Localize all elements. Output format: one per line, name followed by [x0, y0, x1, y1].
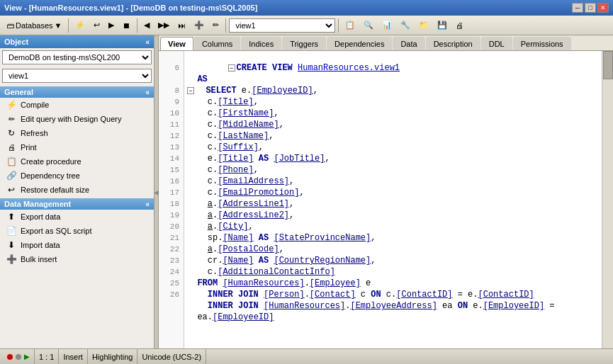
toolbar-separator-3 — [225, 18, 226, 33]
title-bar: View - [HumanResources.view1] - [DemoDB … — [0, 0, 613, 16]
tab-view[interactable]: View — [160, 37, 193, 50]
tab-permissions[interactable]: Permissions — [513, 37, 571, 50]
toolbar-btn-14[interactable]: 📁 — [415, 19, 432, 31]
toolbar-btn-2[interactable]: ↩ — [90, 19, 103, 31]
toolbar-btn-12[interactable]: 📊 — [378, 19, 395, 31]
status-encoding: Unicode (UCS-2) — [137, 349, 206, 364]
stop-dot-gray — [16, 354, 21, 360]
code-content[interactable]: −CREATE VIEW HumanResources.view1 AS − S… — [184, 51, 602, 348]
edit-query-label: Edit query with Design Query — [21, 115, 121, 123]
data-mgmt-section-header: Data Management « — [0, 198, 154, 210]
restore-default-label: Restore default size — [21, 186, 89, 194]
status-highlighting: Highlighting — [88, 349, 137, 364]
toolbar-separator-4 — [338, 18, 339, 33]
toolbar-btn-9[interactable]: ✏ — [209, 19, 223, 31]
create-procedure-label: Create procedure — [21, 157, 81, 166]
title-controls: ─ □ ✕ — [572, 3, 609, 13]
bulk-insert-icon: ➕ — [6, 254, 17, 265]
print-item[interactable]: 🖨 Print — [0, 140, 154, 154]
export-data-item[interactable]: ⬆ Export data — [0, 210, 154, 224]
right-panel: View Columns Indices Triggers Dependenci… — [159, 35, 613, 348]
highlighting-label: Highlighting — [92, 353, 133, 361]
toolbar: 🗃 Databases ▼ ⚡ ↩ ▶ ⏹ ◀ ▶▶ ⏭ ➕ ✏ view1 📋… — [0, 16, 613, 35]
data-mgmt-collapse-icon[interactable]: « — [145, 200, 150, 208]
status-controls: ▶ — [3, 349, 35, 364]
mode-label: Insert — [63, 353, 83, 361]
toolbar-btn-13[interactable]: 🔧 — [397, 19, 414, 31]
databases-label: Databases — [16, 21, 53, 30]
code-gutter: 6 8 9 10 11 12 13 14 15 16 17 18 19 20 2… — [159, 51, 184, 348]
dropdown-arrow-icon: ▼ — [55, 21, 62, 30]
main-layout: Object « DemoDB on testing-ms\SQL200 vie… — [0, 35, 613, 348]
data-mgmt-label: Data Management — [4, 200, 71, 208]
print-icon: 🖨 — [6, 142, 17, 153]
tab-description[interactable]: Description — [426, 37, 480, 50]
toolbar-btn-10[interactable]: 📋 — [342, 19, 359, 31]
tab-select[interactable]: view1 — [229, 18, 335, 33]
object-panel-header: Object « — [0, 35, 154, 48]
dependency-tree-item[interactable]: 🔗 Dependency tree — [0, 169, 154, 183]
toolbar-btn-7[interactable]: ⏭ — [174, 20, 189, 31]
toolbar-separator-2 — [137, 18, 137, 33]
toolbar-btn-6[interactable]: ▶▶ — [154, 19, 173, 31]
tab-columns[interactable]: Columns — [194, 37, 240, 50]
toolbar-btn-15[interactable]: 💾 — [434, 19, 451, 31]
toolbar-btn-16[interactable]: 🖨 — [452, 20, 467, 31]
general-label: General — [4, 88, 33, 96]
database-icon: 🗃 — [6, 21, 14, 30]
toolbar-btn-11[interactable]: 🔍 — [360, 19, 377, 31]
refresh-item[interactable]: ↻ Refresh — [0, 126, 154, 140]
toolbar-btn-1[interactable]: ⚡ — [72, 19, 89, 31]
toolbar-separator-1 — [68, 18, 69, 33]
tab-data[interactable]: Data — [393, 37, 424, 50]
compile-item[interactable]: ⚡ Compile — [0, 98, 154, 112]
object-header-label: Object — [4, 38, 28, 46]
sql-code: −CREATE VIEW HumanResources.view1 AS − S… — [187, 63, 555, 322]
maximize-button[interactable]: □ — [585, 3, 596, 13]
panel-collapse-icon[interactable]: « — [145, 38, 150, 46]
play-btn[interactable]: ▶ — [24, 353, 30, 360]
toolbar-btn-3[interactable]: ▶ — [105, 19, 118, 31]
position-label: 1 : 1 — [39, 353, 54, 361]
general-collapse-icon[interactable]: « — [145, 89, 150, 96]
bulk-insert-item[interactable]: ➕ Bulk insert — [0, 252, 154, 266]
restore-default-item[interactable]: ↩ Restore default size — [0, 183, 154, 197]
toolbar-btn-4[interactable]: ⏹ — [119, 20, 134, 31]
create-procedure-icon: 📋 — [6, 156, 17, 167]
view-dropdown[interactable]: view1 — [2, 69, 152, 83]
status-bar: ▶ 1 : 1 Insert Highlighting Unicode (UCS… — [0, 348, 613, 364]
databases-button[interactable]: 🗃 Databases ▼ — [3, 20, 65, 31]
stop-dot-red — [7, 354, 13, 360]
minimize-button[interactable]: ─ — [572, 3, 583, 13]
close-button[interactable]: ✕ — [597, 3, 609, 13]
dependency-tree-icon: 🔗 — [6, 170, 17, 181]
tab-dependencies[interactable]: Dependencies — [327, 37, 392, 50]
compile-icon: ⚡ — [6, 99, 17, 110]
export-sql-label: Export as SQL script — [21, 227, 91, 235]
create-procedure-item[interactable]: 📋 Create procedure — [0, 154, 154, 169]
scroll-bar[interactable] — [602, 51, 613, 348]
dependency-tree-label: Dependency tree — [21, 171, 80, 180]
toolbar-btn-5[interactable]: ◀ — [140, 19, 153, 31]
import-data-icon: ⬇ — [6, 239, 17, 251]
scroll-thumb[interactable] — [603, 51, 613, 79]
tab-triggers[interactable]: Triggers — [282, 37, 326, 50]
export-sql-item[interactable]: 📄 Export as SQL script — [0, 224, 154, 238]
tabs-bar: View Columns Indices Triggers Dependenci… — [159, 35, 613, 51]
refresh-label: Refresh — [21, 129, 48, 137]
print-label: Print — [21, 143, 37, 152]
edit-query-item[interactable]: ✏ Edit query with Design Query — [0, 112, 154, 126]
export-data-label: Export data — [21, 212, 60, 221]
status-position: 1 : 1 — [35, 349, 59, 364]
left-panel: Object « DemoDB on testing-ms\SQL200 vie… — [0, 35, 154, 348]
bulk-insert-label: Bulk insert — [21, 255, 57, 263]
tab-ddl[interactable]: DDL — [481, 37, 512, 50]
toolbar-btn-8[interactable]: ➕ — [191, 19, 208, 31]
db-dropdown[interactable]: DemoDB on testing-ms\SQL200 — [2, 50, 152, 64]
edit-query-icon: ✏ — [6, 113, 17, 125]
import-data-item[interactable]: ⬇ Import data — [0, 238, 154, 252]
code-area: 6 8 9 10 11 12 13 14 15 16 17 18 19 20 2… — [159, 51, 613, 348]
refresh-icon: ↻ — [6, 127, 17, 139]
status-mode: Insert — [59, 349, 88, 364]
tab-indices[interactable]: Indices — [241, 37, 281, 50]
